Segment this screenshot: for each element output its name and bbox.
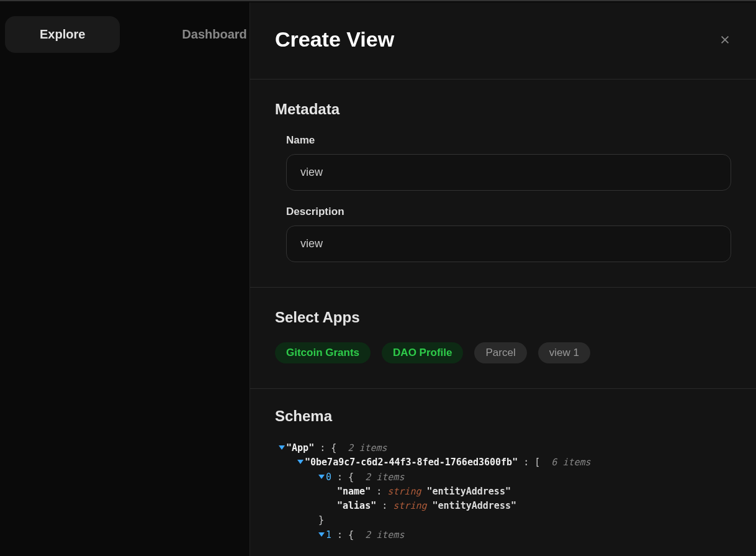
description-input[interactable] (286, 226, 731, 262)
app-chips: Gitcoin Grants DAO Profile Parcel view 1 (275, 342, 731, 363)
create-view-panel: Create View Metadata Name Description Se… (250, 2, 756, 556)
schema-root-count: 2 items (348, 442, 387, 453)
name-label: Name (286, 134, 731, 147)
schema-alias-val: entityAddress (438, 500, 511, 511)
tree-row-close: } (275, 513, 731, 527)
tree-row-app: "App" : { 2 items (275, 441, 731, 455)
tree-row-alias: "alias" : string "entityAddress" (275, 499, 731, 513)
nav-dashboard[interactable]: Dashboard (182, 27, 246, 42)
schema-item1-count: 2 items (365, 529, 404, 540)
schema-heading: Schema (275, 408, 731, 425)
tree-row-item0: 0 : { 2 items (275, 470, 731, 485)
schema-uuid-key: 0be7a9c7-c6d2-44f3-8fed-1766ed3600fb (310, 457, 512, 468)
caret-icon[interactable] (318, 532, 325, 537)
schema-root-key: App (292, 442, 308, 453)
schema-item0-count: 2 items (365, 472, 404, 483)
caret-icon[interactable] (279, 445, 285, 450)
select-apps-section: Select Apps Gitcoin Grants DAO Profile P… (250, 288, 756, 389)
schema-item0-idx: 0 (326, 472, 331, 483)
close-icon[interactable] (719, 34, 731, 46)
schema-close-brace: } (318, 514, 324, 526)
schema-name-type: string (387, 486, 421, 497)
schema-name-val: entityAddress (433, 486, 505, 497)
tree-row-name: "name" : string "entityAddress" (275, 485, 731, 499)
schema-uuid-count: 6 items (551, 457, 590, 468)
app-chip-dao-profile[interactable]: DAO Profile (382, 342, 463, 363)
panel-title: Create View (275, 27, 394, 52)
tree-row-uuid: "0be7a9c7-c6d2-44f3-8fed-1766ed3600fb" :… (275, 455, 731, 470)
description-label: Description (286, 206, 731, 218)
select-apps-heading: Select Apps (275, 309, 731, 326)
schema-section: Schema "App" : { 2 items "0be7a9c7-c6d2-… (250, 389, 756, 549)
caret-icon[interactable] (318, 475, 325, 479)
app-chip-parcel[interactable]: Parcel (474, 342, 526, 363)
schema-item1-idx: 1 (326, 529, 331, 540)
metadata-section: Metadata Name Description (250, 80, 756, 288)
caret-icon[interactable] (297, 460, 304, 464)
schema-name-key: name (343, 486, 365, 497)
schema-tree: "App" : { 2 items "0be7a9c7-c6d2-44f3-8f… (275, 441, 731, 542)
schema-alias-key: alias (343, 500, 371, 511)
nav-explore[interactable]: Explore (5, 16, 120, 53)
app-chip-gitcoin-grants[interactable]: Gitcoin Grants (275, 342, 371, 363)
metadata-heading: Metadata (275, 101, 731, 118)
name-input[interactable] (286, 154, 731, 191)
schema-alias-type: string (393, 500, 426, 511)
tree-row-item1: 1 : { 2 items (275, 528, 731, 542)
app-chip-view-1[interactable]: view 1 (538, 342, 590, 363)
